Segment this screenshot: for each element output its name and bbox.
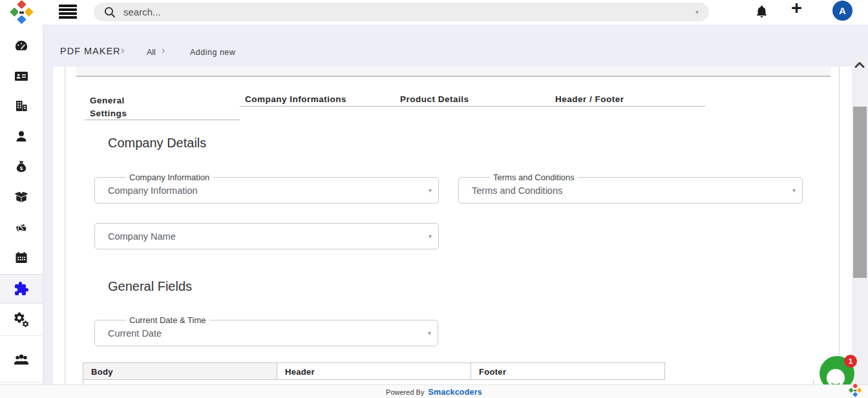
app-logo[interactable]	[6, 1, 36, 25]
scrollbar-thumb[interactable]	[853, 107, 867, 278]
gears-icon	[13, 311, 30, 328]
breadcrumb-view[interactable]: All	[147, 48, 156, 57]
app-logo-icon	[6, 1, 36, 25]
chevron-right-icon: ›	[121, 45, 124, 56]
chevron-down-icon: ▾	[429, 233, 432, 240]
puzzle-icon	[14, 281, 29, 297]
tab-general-settings[interactable]: General Settings	[85, 94, 240, 120]
sidebar-item-dashboard[interactable]	[0, 31, 43, 61]
notifications-button[interactable]	[755, 4, 768, 19]
sidebar-item-contacts[interactable]	[0, 121, 43, 151]
sidebar-item-calendar[interactable]	[0, 243, 43, 273]
search-input[interactable]	[122, 6, 695, 18]
editor-tab-strip: Body Header Footer	[83, 362, 666, 380]
calendar-icon	[14, 250, 29, 266]
chevron-down-icon: ▾	[792, 187, 796, 194]
id-card-icon	[14, 68, 29, 84]
editor-tab-footer[interactable]: Footer	[471, 363, 665, 380]
money-bag-icon: $	[14, 159, 29, 174]
quick-create-button[interactable]: +	[791, 0, 802, 19]
building-icon	[14, 98, 29, 114]
selected-value: Terms and Conditions	[472, 185, 562, 196]
tab-header-footer[interactable]: Header / Footer	[550, 94, 705, 107]
sidebar-item-settings[interactable]	[0, 304, 43, 336]
tab-company-informations[interactable]: Company Informations	[240, 94, 395, 107]
breadcrumb-band: PDF MAKER › All › Adding new	[0, 25, 868, 67]
sidebar-item-leads[interactable]	[0, 61, 43, 91]
field-label: Current Date & Time	[126, 315, 209, 325]
tickets-icon	[14, 220, 29, 235]
sidebar-item-products[interactable]	[0, 182, 43, 212]
section-title-company-details: Company Details	[108, 136, 206, 151]
selected-value: Company Information	[108, 185, 198, 196]
menu-icon[interactable]	[59, 5, 77, 19]
avatar[interactable]: A	[832, 1, 852, 21]
breadcrumb-current-page: Adding new	[190, 48, 235, 57]
gauge-icon	[14, 38, 29, 54]
editor-tab-header[interactable]: Header	[277, 363, 471, 380]
search-scope-dropdown-icon[interactable]: ▾	[695, 8, 699, 16]
section-title-general-fields: General Fields	[108, 279, 192, 294]
card-right-border	[839, 67, 840, 384]
chevron-up-icon	[854, 60, 865, 69]
tab-product-details[interactable]: Product Details	[395, 94, 550, 107]
scrolled-panel-edge	[76, 67, 831, 77]
person-icon	[14, 129, 29, 144]
top-bar: ▾ + A	[0, 0, 868, 25]
chevron-down-icon: ▾	[429, 187, 432, 194]
open-box-icon	[14, 189, 29, 205]
chevron-down-icon: ▾	[428, 330, 431, 337]
svg-text:$: $	[20, 165, 23, 171]
smackcoders-link[interactable]: Smackcoders	[428, 388, 482, 397]
search-icon	[103, 5, 117, 19]
company-information-select[interactable]: Company Information Company Information …	[94, 177, 439, 204]
footer-logo	[847, 384, 863, 397]
sidebar-item-organizations[interactable]	[0, 91, 43, 121]
sidebar: $	[0, 25, 43, 398]
editor-tab-body[interactable]: Body	[83, 363, 277, 380]
chat-unread-badge: 1	[844, 355, 857, 368]
terms-and-conditions-select[interactable]: Terms and Conditions Terms and Condition…	[458, 177, 803, 204]
breadcrumb-module[interactable]: PDF MAKER	[60, 46, 121, 56]
scroll-up-arrow[interactable]	[854, 60, 865, 69]
company-name-select[interactable]: Company Name ▾	[94, 223, 439, 249]
card-left-border	[65, 67, 65, 384]
chevron-right-icon: ›	[162, 45, 165, 56]
bell-icon	[755, 4, 768, 19]
footer-bar: Powered By Smackcoders	[0, 384, 868, 398]
sidebar-item-extensions-active[interactable]	[0, 274, 43, 304]
selected-value: Company Name	[108, 231, 176, 242]
content-gutter	[43, 67, 53, 384]
search-bar[interactable]: ▾	[94, 3, 709, 21]
field-label: Terms and Conditions	[490, 173, 578, 182]
current-datetime-select[interactable]: Current Date & Time Current Date ▾	[94, 320, 438, 346]
powered-by-label: Powered By	[386, 388, 424, 396]
selected-value: Current Date	[108, 328, 162, 339]
editor-content-area[interactable]	[83, 380, 814, 384]
sidebar-item-users[interactable]	[0, 336, 43, 382]
field-label: Company Information	[126, 173, 213, 182]
people-icon	[13, 351, 30, 368]
sidebar-item-tickets[interactable]	[0, 213, 43, 242]
sidebar-item-opportunities[interactable]: $	[0, 152, 43, 182]
scrollbar-track[interactable]	[852, 57, 868, 398]
app-logo-icon	[847, 384, 863, 397]
